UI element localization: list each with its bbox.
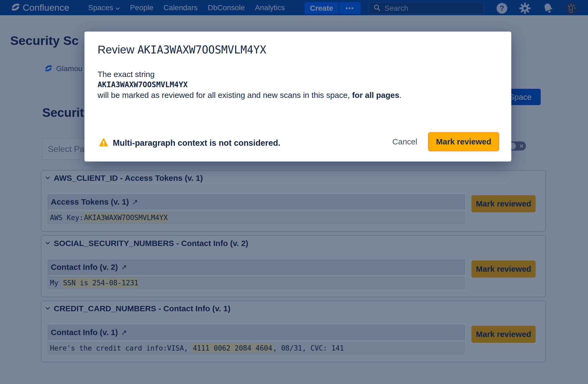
for-all-pages-emphasis: for all pages xyxy=(352,91,399,99)
dialog-line-3: will be marked as reviewed for all exist… xyxy=(98,90,485,100)
screen: Confluence Spaces People Calendars DbCon… xyxy=(0,0,588,384)
mark-reviewed-confirm-button[interactable]: Mark reviewed xyxy=(428,132,499,151)
dialog-body: The exact string AKIA3WAXW7OOSMVLM4YX wi… xyxy=(98,69,485,100)
secret-key-text: AKIA3WAXW7OOSMVLM4YX xyxy=(98,79,485,90)
dialog-title: Review AKIA3WAXW7OOSMVLM4YX xyxy=(98,43,266,56)
dialog-warning: Multi-paragraph context is not considere… xyxy=(99,138,280,148)
cancel-button[interactable]: Cancel xyxy=(391,135,419,149)
secret-key-text: AKIA3WAXW7OOSMVLM4YX xyxy=(137,44,266,56)
dialog-line-1: The exact string xyxy=(98,69,485,79)
dialog-footer: Cancel Mark reviewed xyxy=(391,132,499,151)
warning-text: Multi-paragraph context is not considere… xyxy=(113,138,280,148)
warning-icon xyxy=(99,138,108,148)
review-dialog: Review AKIA3WAXW7OOSMVLM4YX The exact st… xyxy=(84,32,511,162)
